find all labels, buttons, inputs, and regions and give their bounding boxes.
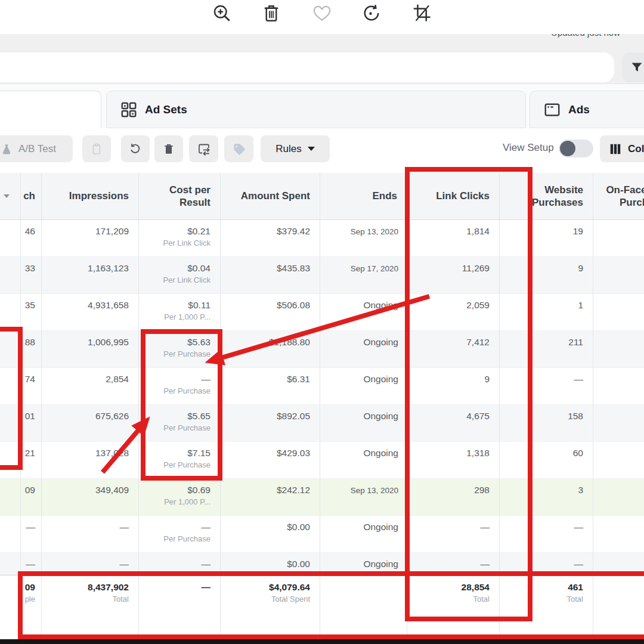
sync-button[interactable] [189, 135, 218, 162]
cell-link-clicks: 1,814 [407, 220, 500, 257]
header-impressions[interactable]: Impressions [42, 173, 139, 219]
cell-impressions: 4,931,658 [42, 294, 139, 331]
transfer-arrows-icon [197, 142, 211, 156]
cell-link-clicks: 1,318 [407, 442, 500, 479]
table-row[interactable]: 46 171,209 $0.21Per Link Click $379.42 S… [0, 220, 644, 257]
cell-amount-spent: $1,188.80 [221, 331, 320, 368]
rotate-icon[interactable] [361, 2, 382, 24]
tag-icon [232, 142, 246, 156]
cell-on-facebook-purchases [593, 479, 644, 516]
table-row[interactable]: 33 1,163,123 $0.04Per Link Click $435.83… [0, 257, 644, 294]
cell-website-purchases: — [500, 516, 593, 553]
cell-sliver [0, 294, 21, 331]
tab-campaigns-active[interactable] [0, 91, 101, 129]
cell-ends: Ongoing [320, 368, 407, 405]
header-cost-per-result[interactable]: Cost per Result [139, 173, 221, 219]
clipboard-icon [90, 143, 103, 156]
cell-impressions: 675,626 [42, 405, 139, 442]
cell-ends: Sep 13, 2020 [320, 479, 407, 516]
cell-ends: Ongoing [320, 331, 407, 368]
zoom-in-icon[interactable] [211, 2, 233, 24]
rules-dropdown-button[interactable]: Rules [261, 135, 330, 162]
crop-icon[interactable] [411, 2, 433, 24]
table-row[interactable]: 09 349,409 $0.69Per 1,000 P... $242.12 S… [0, 479, 644, 516]
cell-on-facebook-purchases [593, 368, 644, 405]
cell-reach: 33 [21, 257, 42, 294]
cell-cost-per-result: $0.11Per 1,000 P... [139, 294, 221, 331]
cell-sliver [0, 331, 21, 368]
total-impressions: 8,437,902Total [42, 575, 139, 639]
tab-ads-label: Ads [568, 103, 590, 116]
cell-on-facebook-purchases [593, 294, 644, 331]
table-row[interactable]: 88 1,006,995 $5.63Per Purchase $1,188.80… [0, 331, 644, 368]
header-amount-spent[interactable]: Amount Spent [221, 173, 320, 219]
cell-ends: Ongoing [320, 294, 407, 331]
undo-button[interactable] [121, 135, 150, 162]
cell-impressions: 1,006,995 [42, 331, 139, 368]
totals-row: 09ple 8,437,902Total — $4,079.64Total Sp… [0, 575, 644, 639]
chevron-down-icon [308, 147, 315, 151]
cell-sliver [0, 442, 21, 479]
cell-website-purchases: — [500, 368, 593, 405]
columns-label: Columns [628, 143, 644, 155]
header-on-facebook-purchases[interactable]: On-Facebook Purchases [593, 173, 644, 219]
table-header-row: ch Impressions Cost per Result Amount Sp… [0, 173, 644, 220]
cell-website-purchases: 1 [500, 294, 593, 331]
cell-impressions: — [42, 516, 139, 553]
cell-cost-per-result: $5.65Per Purchase [139, 405, 221, 442]
cell-sliver [0, 479, 21, 516]
table-row[interactable]: 35 4,931,658 $0.11Per 1,000 P... $506.08… [0, 294, 644, 331]
paste-button[interactable] [82, 135, 111, 162]
total-reach: 09ple [21, 575, 42, 639]
cell-link-clicks: 7,412 [407, 331, 500, 368]
rules-label: Rules [275, 143, 301, 155]
trash-icon [162, 143, 175, 156]
cell-impressions: 2,854 [42, 368, 139, 405]
filter-button[interactable] [622, 52, 644, 82]
cell-cost-per-result: —Per Purchase [139, 368, 221, 405]
ad-sets-grid-icon [120, 101, 138, 119]
tag-button[interactable] [224, 135, 253, 162]
delete-button[interactable] [154, 135, 183, 162]
favorite-heart-icon[interactable] [311, 2, 333, 24]
ads-frame-icon [543, 101, 561, 119]
tab-ad-sets[interactable]: Ad Sets [106, 91, 526, 128]
view-setup-toggle[interactable] [559, 140, 593, 157]
cell-sliver [0, 516, 21, 553]
table-row[interactable]: — — —Per Purchase $0.00 Ongoing — — [0, 516, 644, 553]
cell-amount-spent: $379.42 [221, 220, 320, 257]
cell-amount-spent: $435.83 [221, 257, 320, 294]
table-row[interactable]: 01 675,626 $5.65Per Purchase $892.05 Ong… [0, 405, 644, 442]
columns-button[interactable]: Columns [600, 135, 644, 162]
viewer-toolbar [0, 0, 644, 34]
cell-link-clicks: 298 [407, 479, 500, 516]
total-ends [320, 575, 407, 639]
ab-test-button[interactable]: A/B Test [0, 135, 73, 162]
columns-icon [609, 143, 622, 156]
delete-icon[interactable] [261, 2, 282, 24]
table-row[interactable]: 21 137,028 $7.15Per Purchase $429.03 Ong… [0, 442, 644, 479]
cell-impressions: 171,209 [42, 220, 139, 257]
header-ends[interactable]: Ends [320, 173, 407, 219]
header-website-purchases[interactable]: Website Purchases [500, 173, 593, 219]
header-link-clicks[interactable]: Link Clicks [407, 173, 500, 219]
cell-reach: — [21, 516, 42, 553]
cell-reach: 21 [21, 442, 42, 479]
header-sliver[interactable] [0, 173, 21, 219]
cell-sliver [0, 257, 21, 294]
cell-website-purchases: 60 [500, 442, 593, 479]
cell-website-purchases: 9 [500, 257, 593, 294]
flask-icon [0, 143, 13, 156]
header-reach-partial[interactable]: ch [21, 173, 42, 219]
cell-sliver [0, 368, 21, 405]
funnel-icon [630, 60, 644, 75]
cell-on-facebook-purchases [593, 220, 644, 257]
cell-link-clicks: 11,269 [407, 257, 500, 294]
tab-ads[interactable]: Ads [530, 91, 644, 128]
cell-ends: Sep 17, 2020 [320, 257, 407, 294]
table-row[interactable]: 74 2,854 —Per Purchase $6.31 Ongoing 9 — [0, 368, 644, 405]
cell-amount-spent: $242.12 [221, 479, 320, 516]
search-input[interactable] [0, 52, 614, 82]
cell-cost-per-result: $0.69Per 1,000 P... [139, 479, 221, 516]
total-link-clicks: 28,854Total [407, 575, 500, 639]
